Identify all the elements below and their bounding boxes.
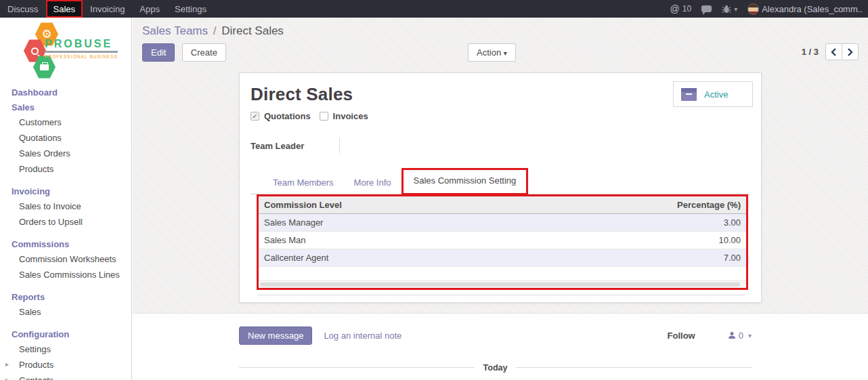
breadcrumb-current: Direct Sales [221,24,284,37]
nav-settings[interactable]: Settings [167,0,214,18]
archive-box-icon [681,88,697,101]
breadcrumb-sales-teams[interactable]: Sales Teams [142,24,208,37]
column-header-commission-level[interactable]: Commission Level [259,196,527,214]
log-internal-note-link[interactable]: Log an internal note [324,331,402,341]
sidebar-item-reports-sales[interactable]: Sales [0,304,131,320]
messages-button[interactable] [701,5,712,12]
nav-sales[interactable]: Sales [46,0,83,18]
sidebar-item-commission-worksheets[interactable]: Commission Worksheets [0,251,131,267]
debug-menu-button[interactable]: ▾ [722,5,737,14]
user-menu[interactable]: Alexandra (Sales_comm.. [747,3,863,15]
team-leader-label: Team Leader [251,141,339,151]
pager: 1 / 3 [802,43,859,60]
form-sheet: Active Direct Sales ✓ Quotations Invoice… [239,72,762,303]
create-button[interactable]: Create [182,43,226,62]
sidebar-item-orders-to-upsell[interactable]: Orders to Upsell [0,214,131,230]
active-label: Active [704,89,728,100]
invoices-label: Invoices [333,111,368,121]
logo-title: PROBUSE [45,38,118,53]
commission-level-cell[interactable]: Sales Man [259,232,527,249]
systray: @ 10 ▾ Alexandra (Sales_comm.. [670,0,868,18]
user-name: Alexandra (Sales_comm.. [762,4,863,14]
logo-subtitle: PROFESSIONAL BUSINESS [45,54,118,59]
chat-bubble-icon [701,5,712,12]
pager-value: 1 / 3 [802,47,819,57]
sidebar-item-sales-to-invoice[interactable]: Sales to Invoice [0,198,131,214]
chatter: New message Log an internal note Follow … [133,313,868,380]
commission-table-annotation: Commission Level Percentage (%) Sales Ma… [257,194,748,290]
follow-button[interactable]: Follow [668,331,695,341]
caret-down-icon: ▾ [734,5,737,13]
pager-next-button[interactable] [842,43,859,60]
chevron-right-icon: ▸ [5,360,9,368]
breadcrumb-separator: / [213,24,217,37]
quotations-checkbox[interactable]: ✓ [251,112,259,121]
invoices-checkbox[interactable] [320,112,328,121]
follower-person-icon [728,331,736,339]
follower-count: 0 [739,331,743,341]
table-row[interactable]: Callcenter Agent 7.00 [259,249,746,267]
sidebar-header-configuration: Configuration [0,327,131,341]
notebook-tabs: Team Members More Info Sales Commission … [251,168,750,194]
team-leader-field[interactable] [339,138,750,153]
pager-previous-button[interactable] [825,43,842,60]
table-empty-row [259,267,746,280]
chevron-right-icon: ▸ [5,376,9,380]
new-message-button[interactable]: New message [239,326,312,345]
active-toggle-button[interactable]: Active [673,81,753,107]
breadcrumb: Sales Teams / Direct Sales [142,24,859,38]
percentage-cell[interactable]: 10.00 [527,232,746,249]
control-panel: Sales Teams / Direct Sales Edit Create A… [133,18,868,69]
percentage-cell[interactable]: 3.00 [527,214,746,232]
sidebar-item-customers[interactable]: Customers [0,114,131,130]
tab-more-info[interactable]: More Info [344,172,402,194]
top-navbar: Discuss Sales Invoicing Apps Settings @ … [0,0,868,18]
today-divider: Today [239,363,752,373]
bug-icon [722,5,731,14]
sidebar-item-contacts[interactable]: ▸ Contacts [0,373,131,380]
scrollbar-thumb[interactable] [260,282,740,287]
sidebar: ⚙ PROBUSE PROFESSIONAL BUSINESS Dashboar… [0,18,132,380]
nav-apps[interactable]: Apps [132,0,167,18]
sidebar-item-quotations[interactable]: Quotations [0,130,131,146]
sidebar-item-products[interactable]: Products [0,161,131,177]
sidebar-header-sales[interactable]: Sales [0,100,131,114]
quotations-label: Quotations [264,111,311,121]
main-content: Sales Teams / Direct Sales Edit Create A… [133,18,868,380]
user-avatar [747,3,759,15]
sidebar-header-reports: Reports [0,290,131,304]
mention-icon: @ [670,3,680,14]
percentage-cell[interactable]: 7.00 [527,249,746,267]
chevron-right-icon [847,48,853,56]
sidebar-item-config-products[interactable]: ▸ Products [0,357,131,373]
mention-count: 10 [682,4,691,14]
probuse-logo: ⚙ PROBUSE PROFESSIONAL BUSINESS [0,18,131,81]
column-header-percentage[interactable]: Percentage (%) [527,196,746,214]
action-dropdown-button[interactable]: Action ▾ [468,43,516,62]
tab-sales-commission-setting[interactable]: Sales Commission Setting [402,168,529,195]
edit-button[interactable]: Edit [142,43,175,62]
table-horizontal-scrollbar[interactable] [259,280,746,288]
nav-discuss[interactable]: Discuss [0,0,46,18]
table-row[interactable]: Sales Man 10.00 [259,232,746,249]
sidebar-item-dashboard[interactable]: Dashboard [0,85,131,100]
today-label: Today [483,363,508,373]
commission-table: Commission Level Percentage (%) Sales Ma… [259,196,746,280]
followers-dropdown[interactable]: 0 ▾ [728,331,752,341]
nav-invoicing[interactable]: Invoicing [83,0,132,18]
sidebar-item-sales-orders[interactable]: Sales Orders [0,146,131,161]
caret-down-icon: ▾ [748,332,752,339]
mentions-button[interactable]: @ 10 [670,3,692,14]
sidebar-item-sales-commissions-lines[interactable]: Sales Commissions Lines [0,267,131,282]
sheet-divider [257,295,745,295]
table-row[interactable]: Sales Manager 3.00 [259,214,746,232]
commission-level-cell[interactable]: Callcenter Agent [259,249,527,267]
sidebar-header-invoicing: Invoicing [0,184,131,198]
commission-level-cell[interactable]: Sales Manager [259,214,527,232]
chevron-left-icon [831,48,837,56]
sidebar-item-settings[interactable]: Settings [0,341,131,357]
caret-down-icon: ▾ [504,49,507,57]
tab-team-members[interactable]: Team Members [263,172,344,194]
sidebar-header-commissions: Commissions [0,237,131,251]
